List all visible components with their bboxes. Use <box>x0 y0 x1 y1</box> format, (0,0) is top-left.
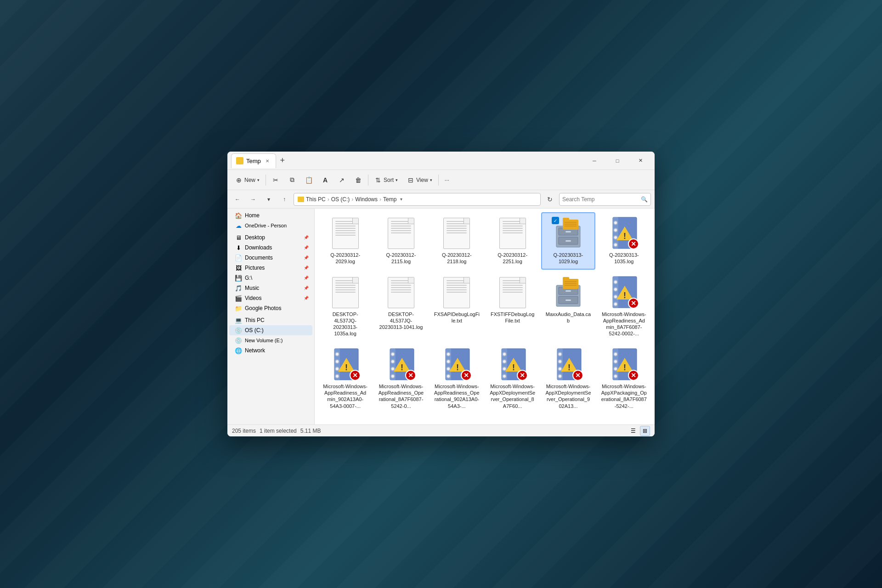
paste-icon: 📋 <box>305 176 312 184</box>
svg-rect-26 <box>563 277 569 281</box>
sidebar-item-gdrive[interactable]: 💾 G:\ 📌 <box>229 273 312 283</box>
file-name: Microsoft-Windows-AppReadiness_Admin_8A7… <box>601 311 647 337</box>
file-item[interactable]: MaxxAudio_Data.cab <box>541 271 595 342</box>
copy-icon: ⧉ <box>288 176 296 184</box>
copy-button[interactable]: ⧉ <box>284 173 300 187</box>
sidebar-item-thispc[interactable]: 💻 This PC <box>229 315 312 325</box>
sidebar-item-label: Google Photos <box>245 305 281 311</box>
recent-button[interactable]: ▾ <box>262 193 275 206</box>
sidebar-item-googlephotos[interactable]: 📁 Google Photos <box>229 303 312 313</box>
file-name: Q-20230313-1029.log <box>545 252 591 265</box>
svg-text:!: ! <box>456 363 459 372</box>
file-item[interactable]: Q-20230312-2115.log <box>374 212 428 270</box>
share-button[interactable]: ↗ <box>334 173 350 187</box>
bc-thispc: This PC <box>306 196 326 203</box>
list-view-button[interactable]: ☰ <box>628 426 638 436</box>
file-thumb <box>440 276 473 309</box>
file-item[interactable]: ! ✕ Microsoft-Windows-AppReadiness_Opera… <box>430 344 484 414</box>
more-button[interactable]: ··· <box>441 173 453 187</box>
view-label: View <box>416 177 428 183</box>
file-item[interactable]: FXSAPIDebugLogFile.txt <box>430 271 484 342</box>
file-item[interactable]: FXSTIFFDebugLogFile.txt <box>486 271 539 342</box>
svg-point-12 <box>614 221 617 225</box>
content-area: 🏠 Home ☁ OneDrive - Person 🖥 Desktop 📌 ⬇… <box>227 209 655 424</box>
svg-rect-6 <box>563 218 569 221</box>
file-item[interactable]: Q-20230312-2118.log <box>430 212 484 270</box>
sidebar-item-network[interactable]: 🌐 Network <box>229 345 312 356</box>
grid-view-button[interactable]: ⊞ <box>640 426 650 436</box>
music-icon: 🎵 <box>235 284 242 292</box>
file-item[interactable]: Q-20230312-2029.log <box>318 212 372 270</box>
svg-point-32 <box>614 280 617 284</box>
network-icon: 🌐 <box>235 347 242 354</box>
svg-text:✕: ✕ <box>631 240 636 248</box>
txt-icon <box>499 277 526 308</box>
tab-close-button[interactable]: ✕ <box>264 157 271 164</box>
sidebar-item-documents[interactable]: 📄 Documents 📌 <box>229 253 312 263</box>
search-input[interactable] <box>562 196 639 203</box>
log-icon <box>443 218 470 249</box>
new-button[interactable]: ⊕ New ▾ <box>231 173 264 187</box>
svg-text:✕: ✕ <box>464 372 469 379</box>
status-bar-right: ☰ ⊞ <box>628 426 650 436</box>
downloads-icon: ⬇ <box>235 244 242 251</box>
tab-temp[interactable]: Temp ✕ <box>231 153 276 168</box>
back-button[interactable]: ← <box>231 193 244 206</box>
file-thumb: ! ✕ <box>496 348 529 381</box>
paste-button[interactable]: 📋 <box>301 173 317 187</box>
new-tab-button[interactable]: + <box>276 154 289 167</box>
sidebar-item-music[interactable]: 🎵 Music 📌 <box>229 283 312 293</box>
svg-text:✕: ✕ <box>352 372 358 379</box>
bc-dropdown[interactable]: ▾ <box>400 197 402 202</box>
sidebar-item-desktop[interactable]: 🖥 Desktop 📌 <box>229 232 312 243</box>
file-item[interactable]: ! ✕ Microsoft-Windows-AppXDeploymentServ… <box>541 344 595 414</box>
sidebar-item-osc[interactable]: 💿 OS (C:) <box>229 325 312 335</box>
sidebar-item-videos[interactable]: 🎬 Videos 📌 <box>229 293 312 303</box>
files-grid: Q-20230312-2029.log Q-20230312-2115.log <box>318 212 651 414</box>
share-icon: ↗ <box>338 176 345 184</box>
file-item[interactable]: ✓ <box>541 212 595 270</box>
sidebar-item-pictures[interactable]: 🖼 Pictures 📌 <box>229 263 312 273</box>
pin-icon: 📌 <box>304 245 309 250</box>
file-name: Microsoft-Windows-AppReadiness_Admin_902… <box>322 383 368 409</box>
bc-sep-2: › <box>351 196 353 203</box>
svg-point-54 <box>391 367 395 371</box>
file-thumb: ✓ <box>552 217 585 250</box>
file-thumb <box>552 276 585 309</box>
close-button[interactable]: ✕ <box>630 153 651 168</box>
breadcrumb[interactable]: This PC › OS (C:) › Windows › Temp ▾ <box>294 193 541 206</box>
sidebar-item-newvolume[interactable]: 💿 New Volume (E:) <box>229 335 312 345</box>
sidebar-item-downloads[interactable]: ⬇ Downloads 📌 <box>229 243 312 253</box>
view-button[interactable]: ⊟ View ▾ <box>403 173 436 187</box>
file-name: Q-20230313-1035.log <box>601 252 647 265</box>
file-item[interactable]: ! ✕ Microsoft-Windows-AppReadiness_Admin… <box>318 344 372 414</box>
file-item[interactable]: ! ✕ Microsoft-Windows-AppXPackaging_Oper… <box>597 344 651 414</box>
search-icon[interactable]: 🔍 <box>641 196 648 203</box>
file-item[interactable]: Q-20230312-2251.log <box>486 212 539 270</box>
sort-button[interactable]: ⇅ Sort ▾ <box>370 173 402 187</box>
log-icon <box>332 218 359 249</box>
cut-button[interactable]: ✂ <box>268 173 283 187</box>
svg-text:!: ! <box>623 232 626 241</box>
file-item[interactable]: ! ✕ Q-20230313-1035.log <box>597 212 651 270</box>
sidebar-item-home[interactable]: 🏠 Home <box>229 210 312 220</box>
maximize-button[interactable]: □ <box>607 153 628 168</box>
rename-button[interactable]: A <box>317 173 333 187</box>
delete-icon: 🗑 <box>355 176 362 184</box>
svg-point-83 <box>558 360 562 363</box>
minimize-button[interactable]: ─ <box>584 153 605 168</box>
forward-button[interactable]: → <box>247 193 260 206</box>
file-item[interactable]: DESKTOP-4L537JQ-20230313-1041.log <box>374 271 428 342</box>
delete-button[interactable]: 🗑 <box>351 173 366 187</box>
sidebar-item-onedrive[interactable]: ☁ OneDrive - Person <box>229 220 312 231</box>
file-item[interactable]: ! ✕ Microsoft-Windows-AppXDeploymentServ… <box>486 344 539 414</box>
file-item[interactable]: ! ✕ Microsoft-Windows-AppReadiness_Admin… <box>597 271 651 342</box>
bc-osc: OS (C:) <box>331 196 350 203</box>
refresh-button[interactable]: ↻ <box>543 193 556 206</box>
toolbar: ⊕ New ▾ ✂ ⧉ 📋 A ↗ 🗑 ⇅ Sort ▾ ⊟ <box>227 170 655 190</box>
up-button[interactable]: ↑ <box>278 193 291 206</box>
file-item[interactable]: ! ✕ Microsoft-Windows-AppReadiness_Opera… <box>374 344 428 414</box>
file-item[interactable]: DESKTOP-4L537JQ-20230313-1035a.log <box>318 271 372 342</box>
svg-text:✕: ✕ <box>575 372 581 379</box>
svg-point-74 <box>503 367 506 371</box>
